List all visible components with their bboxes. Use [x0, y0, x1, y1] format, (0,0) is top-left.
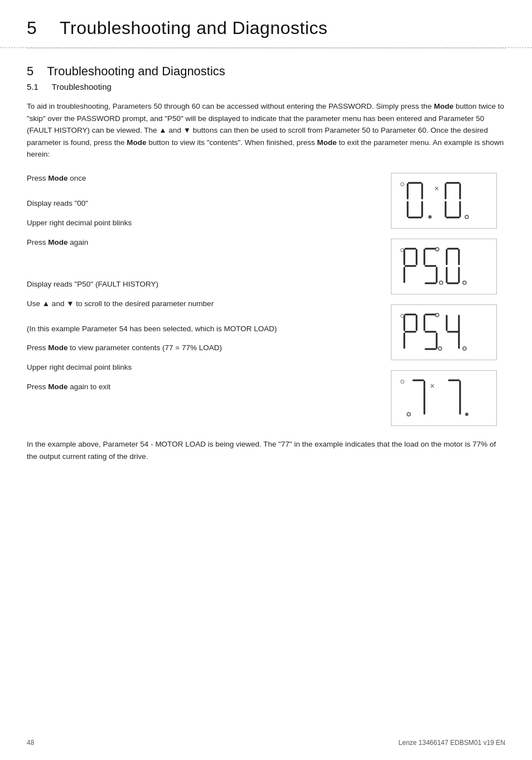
displays-column: × [383, 173, 505, 426]
indicator-dot-1 [400, 182, 404, 186]
svg-point-44 [436, 313, 439, 317]
intro-paragraph: To aid in troubleshooting, Parameters 50… [27, 100, 505, 161]
subsection-title-text: Troubleshooting [52, 82, 112, 91]
example-layout: Press Mode once Display reads "00" Upper… [27, 173, 505, 426]
svg-point-48 [463, 347, 466, 350]
display-2 [391, 239, 497, 294]
chapter-number: 5 [27, 18, 37, 38]
section-title-text: Troubleshooting and Diagnostics [47, 64, 225, 78]
decimal-blink-dot [465, 413, 468, 416]
svg-text:×: × [430, 381, 434, 390]
step-display-p50: Display reads "P50" (FAULT HISTORY) [27, 279, 371, 291]
svg-point-25 [436, 248, 439, 251]
svg-point-32 [463, 281, 466, 284]
page-header: 5 Troubleshooting and Diagnostics [0, 0, 532, 48]
section-number: 5 [27, 64, 33, 78]
display-svg-4: × [401, 376, 487, 420]
section-heading: 5Troubleshooting and Diagnostics [27, 64, 505, 79]
outro-paragraph: In the example above, Parameter 54 - MOT… [27, 438, 505, 462]
step-decimal-blinks-2: Upper right decimal point blinks [27, 362, 371, 374]
svg-point-24 [439, 281, 443, 284]
step-decimal-blinks-1: Upper right decimal point blinks [27, 217, 371, 229]
step-example-p54: (In this example Parameter 54 has been s… [27, 323, 371, 335]
svg-text:×: × [434, 184, 439, 193]
chapter-title: Troubleshooting and Diagnostics [60, 18, 327, 38]
step-view-contents: Press Mode to view parameter contents (7… [27, 342, 371, 354]
display-svg-3 [401, 311, 487, 354]
display-1: × [391, 173, 497, 229]
step-scroll: Use ▲ and ▼ to scroll to the desired par… [27, 298, 371, 310]
decimal-dot [428, 215, 432, 219]
svg-point-13 [465, 215, 468, 219]
indicator-dot-3 [400, 314, 404, 318]
content: 5Troubleshooting and Diagnostics 5.1Trou… [0, 49, 532, 489]
footer: 48 Lenze 13466147 EDBSM01 v19 EN [0, 739, 532, 747]
steps-column: Press Mode once Display reads "00" Upper… [27, 173, 383, 426]
display-3 [391, 304, 497, 360]
indicator-dot-4 [400, 380, 404, 384]
step-exit: Press Mode again to exit [27, 381, 371, 393]
display-4: × [391, 370, 497, 426]
indicator-dot-2 [400, 248, 404, 252]
svg-point-54 [407, 413, 410, 416]
page-number: 48 [27, 739, 34, 747]
step-press-mode-again: Press Mode again [27, 237, 371, 249]
step-display-00: Display reads "00" [27, 198, 371, 210]
subsection-heading: 5.1Troubleshooting [27, 82, 505, 91]
subsection-number: 5.1 [27, 82, 38, 91]
svg-point-43 [438, 347, 442, 350]
display-svg-2 [401, 245, 487, 288]
footer-brand: Lenze 13466147 EDBSM01 v19 EN [399, 739, 505, 747]
display-svg-1: × [401, 179, 487, 222]
step-press-mode-once: Press Mode once [27, 173, 371, 185]
